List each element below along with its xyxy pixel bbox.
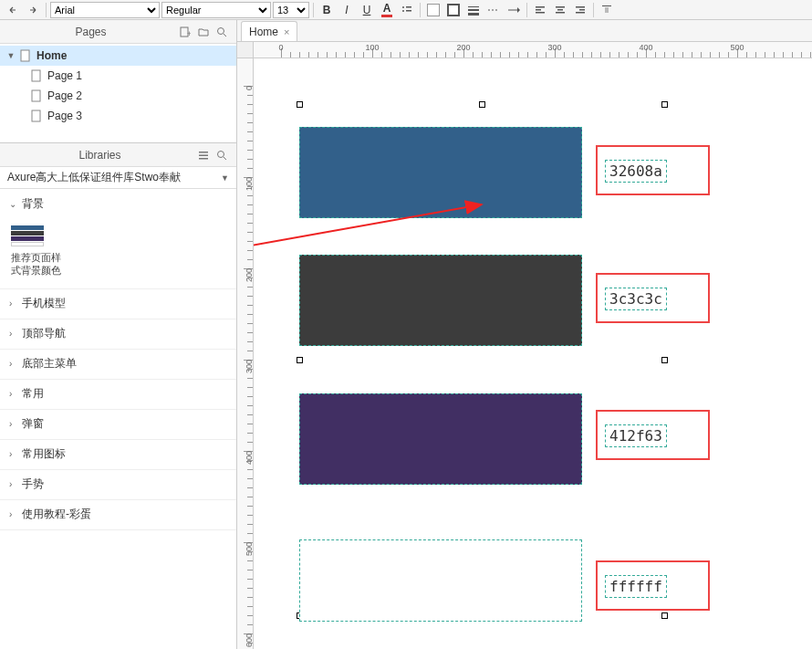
font-size-select[interactable]: 13 bbox=[273, 2, 309, 18]
page-item-3[interactable]: Page 3 bbox=[0, 106, 236, 126]
search-libraries-icon[interactable] bbox=[214, 148, 229, 162]
svg-line-23 bbox=[224, 34, 226, 37]
valign-top-button[interactable] bbox=[598, 2, 616, 18]
document-tabbar: Home × bbox=[237, 20, 812, 42]
add-folder-icon[interactable] bbox=[196, 25, 211, 39]
library-widget-thumb[interactable] bbox=[11, 225, 44, 247]
page-item-2[interactable]: Page 2 bbox=[0, 86, 236, 106]
library-category[interactable]: ›底部主菜单 bbox=[0, 350, 236, 379]
format-toolbar: Arial Regular 13 B I U A bbox=[0, 0, 812, 20]
color-hex-label[interactable]: ffffff bbox=[605, 575, 667, 598]
selection-handle[interactable] bbox=[297, 357, 303, 363]
svg-rect-11 bbox=[536, 12, 545, 14]
border-color-button[interactable] bbox=[444, 2, 463, 18]
page-icon bbox=[31, 89, 44, 102]
library-category[interactable]: ›顶部导航 bbox=[0, 319, 236, 349]
chevron-right-icon: › bbox=[9, 329, 22, 339]
svg-rect-24 bbox=[21, 50, 29, 61]
library-category[interactable]: ⌄背景 bbox=[0, 189, 236, 218]
svg-rect-16 bbox=[579, 9, 585, 11]
color-hex-label[interactable]: 32608a bbox=[605, 160, 667, 183]
ruler-corner bbox=[237, 42, 254, 58]
color-hex-label[interactable]: 3c3c3c bbox=[605, 288, 667, 310]
document-tab-home[interactable]: Home × bbox=[241, 21, 297, 41]
libraries-panel: Libraries Axure高大上低保证组件库Stwo奉献 ▼ ⌄背景推荐页面… bbox=[0, 143, 236, 649]
svg-rect-13 bbox=[557, 9, 563, 11]
page-icon bbox=[31, 69, 44, 82]
line-width-button[interactable] bbox=[464, 2, 483, 18]
selection-handle[interactable] bbox=[297, 101, 303, 108]
search-pages-icon[interactable] bbox=[214, 25, 229, 39]
color-swatch-rect[interactable] bbox=[299, 393, 582, 485]
page-item-home[interactable]: ▼ Home bbox=[0, 46, 236, 66]
page-item-1[interactable]: Page 1 bbox=[0, 66, 236, 86]
svg-rect-3 bbox=[406, 10, 411, 12]
italic-button[interactable]: I bbox=[338, 2, 356, 18]
align-left-button[interactable] bbox=[531, 2, 549, 18]
library-category[interactable]: ›手势 bbox=[0, 470, 236, 499]
line-style-button[interactable] bbox=[484, 2, 503, 18]
color-swatch-rect[interactable] bbox=[299, 539, 582, 622]
page-icon bbox=[31, 110, 44, 122]
svg-rect-25 bbox=[32, 70, 40, 81]
category-label: 手机模型 bbox=[22, 296, 66, 311]
svg-rect-15 bbox=[576, 6, 585, 8]
svg-rect-17 bbox=[576, 12, 585, 14]
font-family-select[interactable]: Arial bbox=[50, 2, 160, 18]
bold-button[interactable]: B bbox=[318, 2, 336, 18]
underline-button[interactable]: U bbox=[358, 2, 376, 18]
caret-down-icon[interactable]: ▼ bbox=[5, 51, 16, 60]
color-swatch-rect[interactable] bbox=[299, 255, 582, 346]
align-right-button[interactable] bbox=[571, 2, 589, 18]
category-label: 顶部导航 bbox=[22, 326, 66, 341]
add-page-icon[interactable]: + bbox=[178, 25, 193, 39]
page-label: Page 2 bbox=[47, 89, 82, 102]
tab-label: Home bbox=[249, 26, 278, 38]
fill-color-button[interactable] bbox=[424, 2, 442, 18]
close-tab-icon[interactable]: × bbox=[284, 26, 289, 37]
library-category[interactable]: ›弹窗 bbox=[0, 410, 236, 439]
page-label: Home bbox=[36, 49, 67, 62]
library-category[interactable]: ›手机模型 bbox=[0, 289, 236, 319]
text-color-button[interactable]: A bbox=[378, 2, 396, 18]
category-label: 底部主菜单 bbox=[22, 356, 77, 372]
selection-handle[interactable] bbox=[661, 357, 668, 363]
ruler-vertical[interactable]: 0100200300400500600 bbox=[237, 58, 254, 649]
selection-handle[interactable] bbox=[479, 101, 485, 108]
arrow-style-button[interactable] bbox=[505, 2, 523, 18]
svg-rect-5 bbox=[468, 9, 479, 11]
bullets-button[interactable] bbox=[398, 2, 416, 18]
svg-rect-18 bbox=[602, 5, 611, 6]
canvas-area: Home × 0100200300400500600 0100200300400… bbox=[237, 20, 812, 649]
chevron-right-icon: › bbox=[9, 359, 22, 369]
align-center-button[interactable] bbox=[551, 2, 569, 18]
category-label: 常用图标 bbox=[22, 446, 66, 462]
font-weight-select[interactable]: Regular bbox=[161, 2, 271, 18]
ruler-horizontal[interactable]: 0100200300400500600 bbox=[254, 42, 812, 58]
color-swatch-rect[interactable] bbox=[299, 127, 582, 218]
selection-handle[interactable] bbox=[661, 612, 668, 619]
chevron-right-icon: › bbox=[9, 479, 22, 489]
chevron-right-icon: › bbox=[9, 509, 22, 519]
library-category[interactable]: ›常用图标 bbox=[0, 440, 236, 469]
category-label: 使用教程-彩蛋 bbox=[22, 507, 91, 522]
canvas[interactable]: 32608a3c3c3c412f63ffffff bbox=[254, 58, 812, 649]
category-label: 常用 bbox=[22, 386, 44, 402]
library-menu-icon[interactable] bbox=[196, 148, 211, 162]
svg-point-31 bbox=[218, 151, 224, 157]
library-category[interactable]: ›常用 bbox=[0, 380, 236, 409]
pages-panel-title: Pages bbox=[7, 26, 174, 38]
color-hex-label[interactable]: 412f63 bbox=[605, 424, 667, 447]
library-dropdown[interactable]: Axure高大上低保证组件库Stwo奉献 ▼ bbox=[0, 167, 236, 189]
undo-button[interactable] bbox=[4, 2, 22, 18]
pages-tree: ▼ Home Page 1 Page 2 Page 3 bbox=[0, 44, 236, 142]
svg-rect-1 bbox=[406, 6, 411, 8]
library-category[interactable]: ›使用教程-彩蛋 bbox=[0, 500, 236, 529]
page-label: Page 3 bbox=[47, 110, 82, 122]
svg-rect-30 bbox=[199, 158, 208, 160]
redo-button[interactable] bbox=[24, 2, 42, 18]
svg-rect-12 bbox=[556, 6, 565, 8]
svg-rect-28 bbox=[199, 152, 208, 153]
selection-handle[interactable] bbox=[661, 101, 668, 108]
svg-rect-14 bbox=[556, 12, 565, 14]
